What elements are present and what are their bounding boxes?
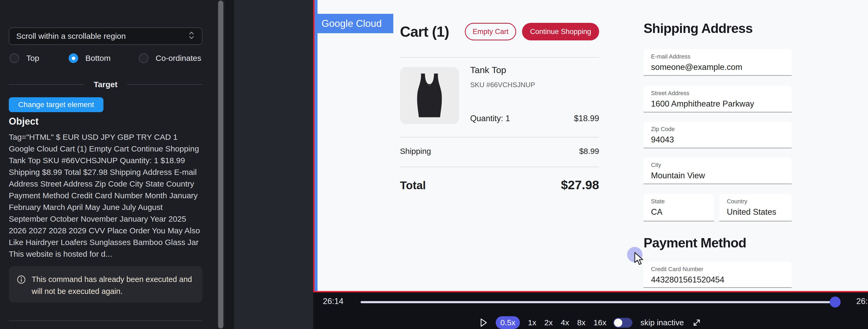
zip-code-label: Zip Code [651,126,784,133]
total-row: Total $27.98 [400,177,599,192]
credit-card-number-field[interactable]: Credit Card Number 4432801561520454 [644,262,792,288]
total-label: Total [400,179,426,192]
radio-bottom-label: Bottom [85,54,111,63]
tank-top-illustration [403,69,456,122]
divider-line [400,137,599,137]
total-duration: 26:14 [856,297,868,306]
city-value: Mountain View [651,171,784,180]
sidebar-panel: Scroll within a scrollable region Top Bo… [0,0,225,329]
shipping-label: Shipping [400,147,431,156]
skip-inactive-label: skip inactive [640,318,684,327]
action-select-value: Scroll within a scrollable region [16,32,126,41]
cart-header: Cart (1) Empty Cart Continue Shopping [400,22,599,41]
product-name: Tank Top [470,65,506,75]
credit-card-number-value: 4432801561520454 [651,275,784,285]
speed-4x-button[interactable]: 4x [561,318,569,327]
state-label: State [651,198,707,205]
empty-cart-button[interactable]: Empty Cart [465,23,516,40]
replayed-webpage: Google Cloud Cart (1) Empty Cart Continu… [313,0,868,292]
country-field[interactable]: Country United States [719,194,792,221]
current-time: 26:14 [323,297,344,306]
item-price: $18.99 [574,114,599,123]
sidebar-divider [9,321,203,321]
speed-8x-button[interactable]: 8x [577,318,586,327]
state-field[interactable]: State CA [644,194,714,221]
play-button[interactable] [480,318,488,327]
quantity-price-row: Quantity: 1 $18.99 [470,114,599,123]
object-description-text: Tag="HTML" $ EUR USD JPY GBP TRY CAD 1 G… [9,131,203,260]
divider-line [400,167,599,167]
divider-line [9,84,84,85]
street-address-value: 1600 Amphitheatre Parkway [651,99,784,109]
change-target-button[interactable]: Change target element [9,97,103,112]
scroll-position-radio-group: Top Bottom Co-ordinates [0,53,213,64]
info-icon [17,275,26,285]
speed-16x-button[interactable]: 16x [594,318,606,327]
product-sku: SKU #66VCHSJNUP [470,81,535,89]
brand-logo[interactable]: Google Cloud [315,14,393,33]
speed-2x-button[interactable]: 2x [545,318,553,327]
email-field-label: E-mail Address [651,53,784,60]
skip-inactive-toggle[interactable] [613,318,632,328]
speed-1x-button[interactable]: 1x [528,318,536,327]
cart-actions: Empty Cart Continue Shopping [465,23,599,40]
fullscreen-expand-icon[interactable] [692,318,702,327]
shipping-address-heading: Shipping Address [644,21,752,36]
total-value: $27.98 [561,177,599,192]
sidebar-scrollbar[interactable] [218,1,223,328]
playback-bar: 26:14 26:14 0.5x 1x 2x 4x 8x 16x skip in… [313,292,868,329]
target-section-divider: Target [9,80,203,89]
city-field[interactable]: City Mountain View [644,158,792,184]
quantity-label: Quantity: 1 [470,114,510,123]
playback-controls: 0.5x 1x 2x 4x 8x 16x skip inactive [313,316,868,329]
seek-slider-thumb[interactable] [830,297,841,307]
speed-0-5x-button[interactable]: 0.5x [496,316,520,329]
country-label: Country [727,198,784,205]
radio-coordinates[interactable]: Co-ordinates [139,53,201,63]
credit-card-number-label: Credit Card Number [651,266,784,273]
notice-box: This command has already been executed a… [9,266,203,303]
zip-code-field[interactable]: Zip Code 94043 [644,122,792,148]
radio-coordinates-circle[interactable] [139,54,148,63]
object-heading: Object [9,116,38,127]
city-label: City [651,162,784,168]
toggle-knob[interactable] [614,319,622,327]
divider-line [127,84,203,85]
target-section-label: Target [94,80,117,89]
radio-top-circle[interactable] [9,54,19,63]
radio-top[interactable]: Top [9,53,39,63]
select-caret-icon [188,31,195,42]
app-window: Scroll within a scrollable region Top Bo… [0,0,868,329]
target-element-highlight [315,0,317,291]
divider-line [400,57,599,58]
radio-top-label: Top [26,54,39,63]
zip-code-value: 94043 [651,135,784,144]
seek-slider-track[interactable] [361,301,835,303]
notice-text: This command has already been executed a… [32,273,194,297]
shipping-row: Shipping $8.99 [400,147,599,156]
cart-title: Cart (1) [400,23,449,40]
action-select[interactable]: Scroll within a scrollable region [9,27,203,45]
street-address-field[interactable]: Street Address 1600 Amphitheatre Parkway [644,86,792,112]
email-field[interactable]: E-mail Address someone@example.com [644,49,792,76]
product-image [400,67,459,124]
continue-shopping-button[interactable]: Continue Shopping [522,23,599,40]
shipping-value: $8.99 [579,147,599,156]
radio-coordinates-label: Co-ordinates [156,54,201,63]
radio-bottom-circle[interactable] [69,54,78,63]
mouse-cursor-icon [633,252,647,267]
country-value: United States [727,207,784,217]
state-value: CA [651,207,707,217]
street-address-label: Street Address [651,90,784,97]
email-field-value: someone@example.com [651,62,784,72]
radio-bottom[interactable]: Bottom [69,53,111,63]
payment-method-heading: Payment Method [644,235,746,251]
